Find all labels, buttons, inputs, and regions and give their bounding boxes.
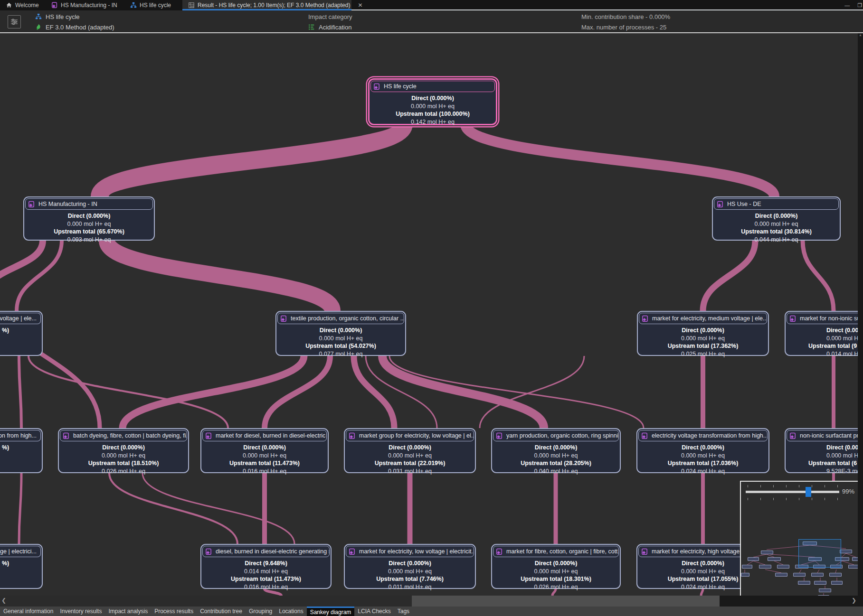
sankey-node-body: Direct (0.000%)0.000 mol H+ eqUpstream t… bbox=[201, 442, 328, 475]
tab-welcome[interactable]: Welcome bbox=[0, 0, 46, 10]
tab-grouping[interactable]: Grouping bbox=[246, 607, 275, 616]
sankey-node-line: Upstream total (7.746%) bbox=[345, 575, 475, 583]
sankey-node-line: Upstream total (54.027%) bbox=[276, 342, 405, 350]
sankey-node-market-fibre-cotton[interactable]: market for fibre, cotton, organic | fibr… bbox=[491, 544, 621, 589]
sankey-node-market-diesel[interactable]: market for diesel, burned in diesel-elec… bbox=[200, 428, 329, 473]
impact-category-label: Impact category bbox=[308, 13, 352, 20]
sankey-node-body: %) bbox=[0, 325, 42, 335]
sankey-node-title: textile production, organic cotton, circ… bbox=[291, 315, 404, 322]
tab-locations[interactable]: Locations bbox=[275, 607, 306, 616]
tab-impact-analysis[interactable]: Impact analysis bbox=[105, 607, 151, 616]
sankey-node-market-electricity-low[interactable]: market for electricity, low voltage | el… bbox=[344, 544, 476, 589]
sankey-link bbox=[0, 241, 43, 294]
sankey-node-line: Direct (0.000 bbox=[786, 444, 863, 452]
sankey-node-line: Upstream total (17.036%) bbox=[637, 459, 768, 467]
tab-hs-life-cycle[interactable]: HS life cycle bbox=[124, 0, 182, 10]
minimap-node bbox=[775, 573, 787, 577]
sankey-node-line: %) bbox=[2, 560, 42, 568]
product-system-icon bbox=[130, 2, 137, 9]
sankey-node-line: 0.000 mol H+ eq bbox=[201, 452, 328, 460]
tab-inventory-results[interactable]: Inventory results bbox=[57, 607, 105, 616]
tab-process-results[interactable]: Process results bbox=[151, 607, 197, 616]
sankey-node-line: 0.016 mol H+ eq bbox=[201, 467, 328, 476]
minimize-icon[interactable]: — bbox=[844, 2, 850, 8]
sankey-link bbox=[123, 356, 304, 428]
sankey-node-line: Upstream total (18.301%) bbox=[492, 575, 620, 583]
sankey-node-cut-electrici[interactable]: ge | electrici...%) bbox=[0, 544, 43, 589]
sankey-node-cut-voltage[interactable]: voltage | ele...%) bbox=[0, 311, 43, 356]
tab-hs-manufacturing[interactable]: HS Manufacturing - IN bbox=[46, 0, 124, 10]
sankey-node-textile-production[interactable]: textile production, organic cotton, circ… bbox=[275, 311, 406, 356]
scroll-up-icon[interactable]: ▲ bbox=[859, 33, 862, 37]
sankey-node-title: HS Use - DE bbox=[727, 201, 761, 207]
minimap-node bbox=[848, 565, 859, 569]
minimap-node bbox=[741, 573, 749, 577]
sankey-node-market-non-ionic-surfactant[interactable]: market for non-ionic surfDirect (0.0000.… bbox=[785, 311, 863, 356]
sankey-node-yarn-production[interactable]: yarn production, organic cotton, ring sp… bbox=[491, 428, 621, 473]
sankey-node-body: Direct (0.000%)0.000 mol H+ eqUpstream t… bbox=[24, 211, 154, 243]
sankey-node-body: Direct (0.000%)0.000 mol H+ eqUpstream t… bbox=[713, 211, 840, 243]
process-icon bbox=[496, 432, 503, 439]
sankey-node-hs-use-de[interactable]: HS Use - DEDirect (0.000%)0.000 mol H+ e… bbox=[712, 196, 841, 241]
sankey-canvas[interactable]: HS life cycleDirect (0.000%)0.000 mol H+… bbox=[0, 33, 863, 596]
sankey-node-title: market for electricity, low voltage | el… bbox=[359, 548, 474, 555]
scroll-right-icon[interactable]: ❯ bbox=[852, 597, 856, 604]
vertical-scrollbar[interactable]: ▲ bbox=[858, 33, 863, 596]
sankey-node-line: Upstream total (100.000%) bbox=[370, 110, 496, 118]
sankey-node-line: 0.014 mol H+ bbox=[786, 350, 863, 358]
sankey-node-line: Upstream total (9 bbox=[786, 342, 863, 350]
tab-general-information[interactable]: General information bbox=[0, 607, 57, 616]
sankey-node-electricity-voltage-transformation[interactable]: electricity voltage transformation from … bbox=[636, 428, 769, 473]
editor-tab-strip: Welcome HS Manufacturing - IN HS life cy… bbox=[0, 0, 863, 10]
sankey-node-line: Direct (0.000 bbox=[786, 327, 863, 335]
sankey-link bbox=[19, 356, 21, 428]
sankey-node-body: %) bbox=[0, 558, 42, 568]
maximize-icon[interactable]: ❐ bbox=[857, 2, 862, 9]
sankey-node-market-electricity-medium[interactable]: market for electricity, medium voltage |… bbox=[637, 311, 769, 356]
sankey-node-line: Direct (0.000%) bbox=[638, 327, 768, 335]
sankey-node-line: 0.026 mol H+ eq bbox=[59, 467, 188, 476]
minimap-viewport[interactable] bbox=[798, 539, 841, 568]
min-contribution-share: Min. contribution share - 0.000% bbox=[581, 13, 670, 20]
sankey-node-title: on from high... bbox=[0, 432, 37, 439]
sankey-node-line: Direct (0.000%) bbox=[345, 444, 475, 452]
tab-lcia-checks[interactable]: LCIA Checks bbox=[354, 607, 394, 616]
max-number-processes: Max. number of processes - 25 bbox=[581, 24, 666, 31]
sankey-node-title: HS life cycle bbox=[384, 83, 417, 90]
sankey-node-line: Direct (0.000%) bbox=[59, 444, 188, 452]
sankey-node-title: electricity voltage transformation from … bbox=[652, 432, 768, 439]
impact-method-icon bbox=[35, 24, 42, 30]
sankey-node-root[interactable]: HS life cycleDirect (0.000%)0.000 mol H+… bbox=[368, 78, 497, 125]
process-icon bbox=[373, 83, 380, 90]
calculation-system-name: HS life cycle bbox=[46, 13, 80, 20]
sankey-node-cut-from-high[interactable]: on from high...%) bbox=[0, 428, 43, 473]
sankey-node-line: 0.000 mol H+ eq bbox=[713, 220, 840, 228]
tab-contribution-tree[interactable]: Contribution tree bbox=[197, 607, 246, 616]
tab-label: Welcome bbox=[15, 2, 39, 9]
sankey-node-title: market for electricity, high voltage | e bbox=[652, 548, 748, 555]
horizontal-scrollbar[interactable]: ❮ ❯ bbox=[0, 596, 863, 607]
sankey-node-line: 0.040 mol H+ eq bbox=[492, 467, 620, 476]
tab-tags[interactable]: Tags bbox=[394, 607, 413, 616]
minimap-node bbox=[831, 581, 843, 585]
sankey-node-hs-manufacturing-in[interactable]: HS Manufacturing - INDirect (0.000%)0.00… bbox=[23, 196, 155, 241]
minimap-node bbox=[748, 557, 759, 561]
process-icon bbox=[789, 315, 797, 322]
tab-label: HS life cycle bbox=[140, 2, 171, 9]
close-icon[interactable]: ✕ bbox=[358, 2, 362, 9]
sankey-node-body: Direct (0.000%)0.000 mol H+ eqUpstream t… bbox=[59, 442, 188, 475]
scroll-left-icon[interactable]: ❮ bbox=[1, 597, 6, 604]
horizontal-scrollbar-thumb[interactable] bbox=[412, 596, 720, 607]
sankey-node-diesel-burned[interactable]: diesel, burned in diesel-electric genera… bbox=[200, 544, 332, 589]
sankey-node-line: 0.142 mol H+ eq bbox=[370, 118, 496, 126]
sankey-node-body: Direct (0.000%)0.000 mol H+ eqUpstream t… bbox=[276, 325, 405, 358]
sankey-settings-button[interactable] bbox=[8, 15, 21, 28]
sankey-node-market-group-electricity-low[interactable]: market group for electricity, low voltag… bbox=[344, 428, 476, 473]
sankey-node-body: %) bbox=[0, 442, 42, 452]
process-icon bbox=[642, 315, 649, 322]
sankey-node-batch-dyeing[interactable]: batch dyeing, fibre, cotton | batch dyei… bbox=[58, 428, 189, 473]
sankey-node-body: Direct (0.0000.000 mol H+Upstream total … bbox=[786, 442, 863, 475]
tab-sankey-diagram[interactable]: Sankey diagram bbox=[307, 607, 355, 616]
sankey-node-line: 0.024 mol H+ eq bbox=[637, 467, 768, 476]
sankey-node-non-ionic-surfactant-production[interactable]: non-ionic surfactant proDirect (0.0000.0… bbox=[785, 428, 863, 473]
